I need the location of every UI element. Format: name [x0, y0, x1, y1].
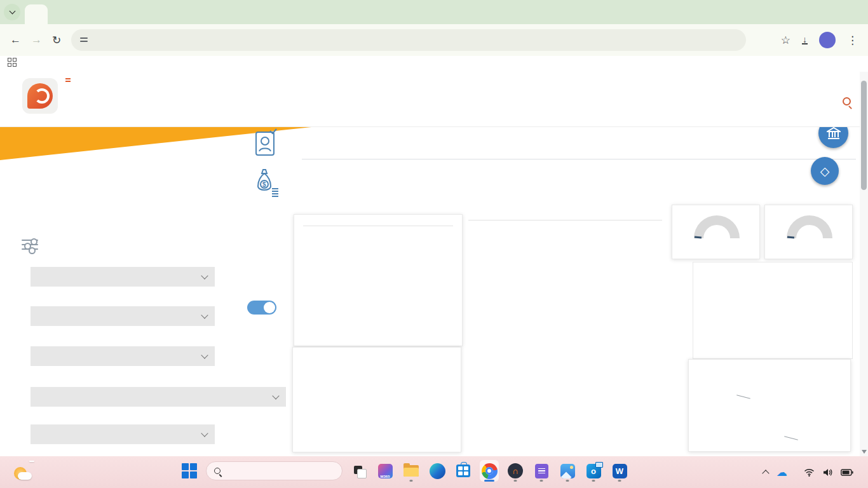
gauge-arc — [694, 215, 740, 238]
page-content: $ ◇ — [0, 72, 868, 456]
departamento-select[interactable] — [31, 306, 215, 326]
chart-title — [303, 222, 453, 226]
battery-icon[interactable] — [841, 469, 853, 476]
money-bag-icon: $ — [253, 167, 281, 199]
audacity-app[interactable]: ∩ — [506, 460, 525, 482]
browser-tab-strip — [0, 0, 868, 24]
chart-financiacion-card — [294, 214, 463, 346]
menu-dots-icon[interactable]: ⋮ — [847, 34, 858, 47]
back-icon[interactable]: ← — [10, 34, 21, 46]
scrollbar-down-icon[interactable] — [862, 450, 867, 454]
chrome-app[interactable] — [480, 460, 499, 482]
word-app[interactable]: W — [610, 460, 629, 482]
photos-app[interactable] — [558, 460, 577, 482]
chevron-down-icon — [201, 430, 208, 437]
onedrive-icon[interactable]: ☁ — [776, 466, 787, 479]
chart-camara-card — [688, 359, 851, 452]
downloads-icon[interactable]: ↓ — [802, 36, 808, 44]
m365-app[interactable]: M365 — [376, 460, 395, 482]
gauge-reporta-gastos — [764, 205, 853, 259]
sliders-icon — [22, 238, 38, 251]
filter-organizacion — [31, 383, 286, 407]
filter-tipo-lista — [31, 420, 215, 444]
leader-line — [736, 395, 750, 398]
cloud-icon — [18, 472, 32, 480]
chart-candidatos-card — [292, 347, 461, 452]
edge-app[interactable] — [428, 460, 447, 482]
search-icon — [214, 468, 220, 474]
apps-grid-icon[interactable] — [8, 58, 18, 68]
corporacion-select[interactable] — [31, 267, 215, 287]
chevron-down-icon — [272, 392, 279, 399]
store-app[interactable] — [454, 460, 473, 482]
organizacion-select[interactable] — [31, 387, 286, 407]
library-app[interactable] — [532, 460, 551, 482]
chevron-down-icon — [201, 351, 208, 358]
temperature — [29, 461, 34, 462]
gauge-reporta-ingresos — [672, 205, 760, 259]
eraser-icon[interactable]: ◇ — [811, 157, 839, 185]
circunscripcion-select[interactable] — [31, 346, 215, 366]
chevron-down-icon — [201, 311, 208, 318]
chart-senado-card — [693, 262, 853, 359]
site-header — [0, 72, 860, 127]
scrollbar-thumb[interactable] — [861, 81, 867, 190]
profile-avatar[interactable] — [819, 32, 836, 48]
url-bar[interactable] — [71, 29, 746, 51]
forward-icon[interactable]: → — [31, 34, 42, 46]
file-explorer-app[interactable] — [402, 460, 421, 482]
chart-title — [468, 216, 662, 220]
site-info-icon[interactable] — [80, 36, 89, 44]
limpiar-filtros-button[interactable]: ◇ — [792, 157, 858, 187]
page-scrollbar — [860, 72, 868, 456]
tipo-lista-select[interactable] — [31, 424, 215, 444]
paz-toggle[interactable] — [247, 301, 276, 315]
metric-total-ingresos — [289, 165, 419, 168]
reload-icon[interactable]: ↻ — [52, 34, 61, 47]
metric-total-gastos — [444, 165, 574, 168]
hidden-icons-chevron[interactable] — [762, 470, 769, 477]
filter-corporacion — [31, 262, 215, 287]
outlook-app[interactable]: o — [584, 460, 603, 482]
search-icon[interactable] — [843, 97, 851, 105]
site-logo[interactable] — [22, 78, 71, 114]
bookmarks-row — [0, 56, 868, 72]
active-tab[interactable] — [25, 4, 48, 24]
svg-text:$: $ — [262, 181, 266, 188]
filter-circunscripcion — [31, 342, 215, 366]
tab-search-chevron-button[interactable] — [4, 4, 20, 20]
logo-title — [65, 78, 71, 82]
start-button[interactable] — [180, 460, 199, 482]
candidates-card-icon — [254, 128, 278, 156]
wifi-icon[interactable] — [804, 468, 815, 477]
filters-heading — [22, 238, 47, 251]
chevron-down-icon — [201, 272, 208, 279]
divider — [302, 159, 856, 159]
browser-toolbar: ← → ↻ ☆ ↓ ⋮ — [0, 24, 868, 56]
windows-taskbar: M365 ∩ o W ☁ — [0, 456, 868, 488]
volume-icon[interactable] — [823, 468, 832, 477]
toolbar-right: ☆ ↓ ⋮ — [781, 32, 858, 48]
filter-departamento — [31, 302, 215, 326]
taskbar-search[interactable] — [206, 461, 342, 480]
chart-gastos — [468, 216, 684, 451]
task-view-button[interactable] — [349, 460, 369, 482]
gauge-arc — [787, 215, 832, 238]
weather-widget[interactable] — [10, 459, 55, 485]
logo-icon — [22, 78, 58, 114]
metric-listas — [575, 165, 626, 168]
bookmark-star-icon[interactable]: ☆ — [781, 34, 790, 47]
